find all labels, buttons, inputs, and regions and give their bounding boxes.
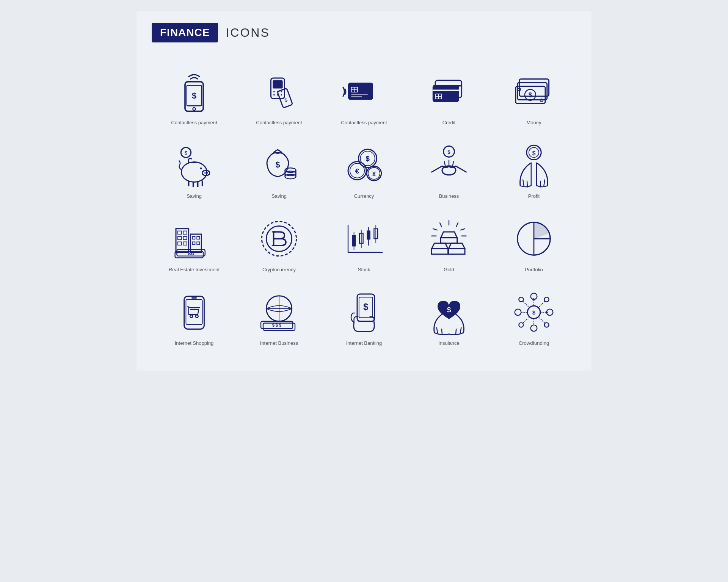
icon-label-internet-banking: Internet Banking — [346, 340, 382, 346]
svg-point-150 — [544, 297, 549, 302]
icon-label-gold: Gold — [444, 267, 454, 272]
icon-label-money: Money — [526, 120, 541, 125]
svg-line-109 — [461, 229, 465, 230]
icon-label-contactless-1: Contactless payment — [171, 120, 217, 125]
icon-item-contactless-2: $ Contactless payment — [237, 61, 322, 131]
icon-item-currency: $ € ¥ Currency — [322, 135, 406, 205]
svg-line-73 — [544, 180, 544, 186]
svg-point-144 — [515, 309, 521, 316]
svg-text:$: $ — [192, 91, 196, 100]
icon-item-gold: Gold — [406, 208, 491, 278]
internet-banking-icon: $ — [341, 289, 387, 335]
svg-rect-5 — [273, 80, 282, 89]
icon-item-portfolio: Portfolio — [491, 208, 576, 278]
svg-point-142 — [531, 325, 537, 332]
icon-label-contactless-3: Contactless payment — [341, 120, 387, 125]
svg-point-123 — [196, 315, 198, 318]
icon-item-money: $ Money — [491, 61, 576, 131]
svg-rect-84 — [197, 236, 199, 239]
icon-label-internet-business: Internet Business — [260, 340, 298, 346]
svg-line-137 — [460, 328, 461, 333]
contactless-payment-2-icon: $ — [256, 69, 302, 114]
svg-point-39 — [207, 172, 208, 174]
svg-line-153 — [523, 318, 528, 323]
svg-rect-22 — [433, 85, 459, 102]
svg-text:€: € — [355, 167, 359, 175]
icon-label-profit: Profit — [528, 193, 540, 199]
svg-text:$: $ — [447, 149, 450, 155]
svg-point-3 — [193, 108, 195, 110]
svg-point-8 — [281, 91, 282, 92]
svg-line-74 — [540, 181, 541, 187]
svg-point-9 — [273, 94, 275, 96]
svg-rect-86 — [197, 242, 199, 244]
svg-line-149 — [523, 301, 528, 307]
icons-grid: $ Contactless payment — [152, 61, 576, 352]
svg-rect-114 — [449, 249, 465, 254]
header: FINANCE ICONS — [152, 23, 576, 42]
insulance-icon: $ — [426, 289, 472, 335]
contactless-payment-1-icon: $ — [171, 69, 217, 114]
svg-line-107 — [456, 223, 458, 227]
page: FINANCE ICONS $ Cont — [136, 11, 592, 371]
icon-item-profit: $ Profit — [491, 135, 576, 205]
svg-point-148 — [519, 297, 523, 302]
svg-line-108 — [433, 229, 437, 230]
svg-text:$: $ — [363, 302, 369, 312]
svg-rect-27 — [519, 79, 549, 96]
money-icon: $ — [511, 69, 557, 114]
svg-line-65 — [444, 161, 445, 166]
svg-line-71 — [523, 180, 524, 186]
svg-point-40 — [200, 167, 202, 169]
header-subtitle: ICONS — [226, 26, 270, 40]
crowdfunding-icon: $ — [511, 289, 557, 335]
icon-item-crowdfunding: $ — [491, 282, 576, 352]
svg-rect-83 — [192, 236, 195, 239]
icon-item-contactless-1: $ Contactless payment — [152, 61, 237, 131]
svg-point-38 — [204, 172, 206, 174]
portfolio-icon — [511, 216, 557, 261]
icon-label-currency: Currency — [354, 193, 374, 199]
icon-label-internet-shopping: Internet Shopping — [175, 340, 214, 346]
business-icon: $ — [426, 142, 472, 188]
svg-text:$: $ — [532, 310, 535, 316]
internet-business-icon: $ $ $ — [256, 289, 302, 335]
icon-label-portfolio: Portfolio — [525, 267, 543, 272]
svg-text:$: $ — [447, 306, 451, 314]
svg-text:$ $ $: $ $ $ — [272, 323, 281, 327]
icon-label-insulance: Insulance — [438, 340, 460, 346]
credit-icon — [426, 69, 472, 114]
svg-text:$$$: $$$ — [188, 251, 195, 255]
svg-rect-98 — [352, 235, 356, 246]
contactless-payment-3-icon — [341, 69, 387, 114]
svg-text:$: $ — [366, 155, 370, 163]
svg-rect-113 — [431, 249, 448, 254]
svg-point-152 — [519, 323, 523, 327]
icon-item-cryptocurrency: Cryptocurrency — [237, 208, 322, 278]
svg-rect-119 — [184, 296, 204, 329]
icon-label-contactless-2: Contactless payment — [256, 120, 302, 125]
icon-item-internet-banking: $ Internet Banking — [322, 282, 406, 352]
icon-label-business: Business — [439, 193, 459, 199]
gold-icon — [426, 216, 472, 261]
icon-item-internet-shopping: Internet Shopping — [152, 282, 237, 352]
currency-icon: $ € ¥ — [341, 142, 387, 188]
svg-point-6 — [273, 91, 275, 92]
icon-label-crowdfunding: Crowdfunding — [519, 340, 549, 346]
svg-rect-85 — [192, 242, 195, 244]
icon-label-credit: Credit — [442, 120, 456, 125]
svg-rect-80 — [178, 242, 182, 245]
svg-text:$: $ — [284, 97, 288, 103]
icon-item-insulance: $ Insulance — [406, 282, 491, 352]
icon-item-stock: Stock — [322, 208, 406, 278]
icon-label-stock: Stock — [358, 267, 370, 272]
real-estate-icon: $$$ — [171, 216, 217, 261]
svg-point-122 — [190, 315, 193, 318]
header-badge: FINANCE — [152, 23, 218, 42]
svg-line-155 — [539, 318, 544, 323]
svg-rect-81 — [183, 242, 187, 245]
icon-label-cryptocurrency: Cryptocurrency — [262, 267, 296, 272]
profit-icon: $ — [511, 142, 557, 188]
svg-rect-112 — [441, 238, 457, 243]
svg-point-154 — [544, 323, 549, 327]
